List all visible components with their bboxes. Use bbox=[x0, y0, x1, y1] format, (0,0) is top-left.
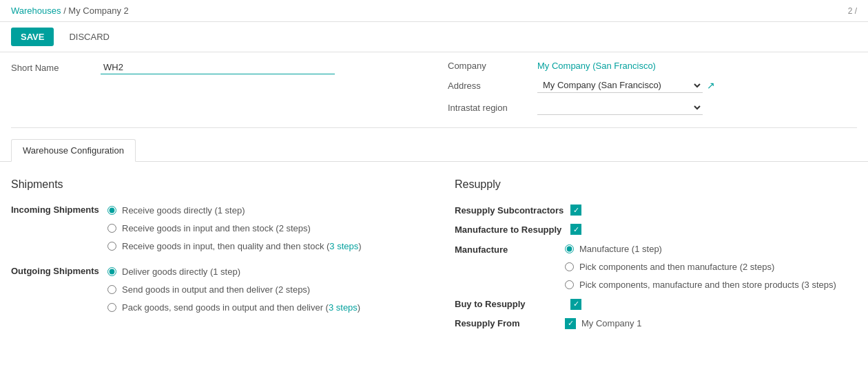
resupply-from-label: Resupply From bbox=[455, 318, 565, 328]
resupply-subcontractors-checkbox[interactable]: ✓ bbox=[570, 205, 581, 216]
form-divider bbox=[11, 127, 857, 128]
outgoing-option-3[interactable]: Pack goods, send goods in output and the… bbox=[107, 302, 360, 314]
manufacture-resupply-checkbox[interactable]: ✓ bbox=[570, 224, 581, 235]
incoming-link-3[interactable]: 3 steps bbox=[329, 241, 358, 251]
manufacture-label-3: Pick components, manufacture and then st… bbox=[579, 279, 836, 291]
incoming-option-3[interactable]: Receive goods in input, then quality and… bbox=[107, 240, 362, 253]
incoming-radio-3[interactable] bbox=[107, 242, 116, 251]
incoming-option-1[interactable]: Receive goods directly (1 step) bbox=[107, 205, 362, 217]
manufacture-option-3[interactable]: Pick components, manufacture and then st… bbox=[565, 279, 836, 291]
resupply-from-row: Resupply From ✓ My Company 1 bbox=[455, 318, 857, 329]
outgoing-label-3: Pack goods, send goods in output and the… bbox=[122, 302, 360, 314]
manufacture-option-1[interactable]: Manufacture (1 step) bbox=[565, 243, 836, 255]
outgoing-radio-3[interactable] bbox=[107, 303, 116, 312]
tabs-container: Warehouse Configuration bbox=[0, 139, 868, 162]
manufacture-radio-1[interactable] bbox=[565, 244, 574, 253]
manufacture-row: Manufacture Manufacture (1 step) Pick co… bbox=[455, 243, 857, 292]
breadcrumb-parent[interactable]: Warehouses bbox=[11, 6, 61, 16]
outgoing-shipments-group: Outgoing Shipments Deliver goods directl… bbox=[11, 266, 413, 315]
resupply-section: Resupply Resupply Subcontractors ✓ Manuf… bbox=[455, 178, 857, 336]
incoming-label-3: Receive goods in input, then quality and… bbox=[122, 240, 362, 253]
outgoing-label-2: Send goods in output and then deliver (2… bbox=[122, 284, 310, 296]
incoming-label-1: Receive goods directly (1 step) bbox=[122, 205, 245, 217]
address-select[interactable]: My Company (San Francisco) bbox=[537, 78, 703, 93]
buy-resupply-label: Buy to Resupply bbox=[455, 299, 565, 309]
company-label: Company bbox=[448, 61, 537, 71]
outgoing-link-3[interactable]: 3 steps bbox=[329, 302, 358, 313]
outgoing-radio-options: Deliver goods directly (1 step) Send goo… bbox=[107, 266, 360, 315]
company-fields: Company My Company (San Francisco) Addre… bbox=[448, 61, 857, 122]
toolbar: SAVE DISCARD bbox=[0, 22, 868, 52]
short-name-input[interactable] bbox=[101, 61, 335, 74]
outgoing-option-1[interactable]: Deliver goods directly (1 step) bbox=[107, 266, 360, 278]
main-content: Shipments Incoming Shipments Receive goo… bbox=[0, 162, 868, 353]
outgoing-shipments-label: Outgoing Shipments bbox=[11, 266, 107, 308]
resupply-title: Resupply bbox=[455, 178, 857, 191]
manufacture-resupply-row: Manufacture to Resupply ✓ bbox=[455, 224, 857, 235]
manufacture-label: Manufacture bbox=[455, 243, 565, 255]
incoming-radio-1[interactable] bbox=[107, 206, 116, 215]
shipments-section: Shipments Incoming Shipments Receive goo… bbox=[11, 178, 413, 336]
resupply-from-checkbox[interactable]: ✓ bbox=[565, 318, 576, 329]
tab-warehouse-configuration[interactable]: Warehouse Configuration bbox=[11, 139, 136, 162]
discard-button[interactable]: DISCARD bbox=[59, 28, 119, 46]
manufacture-options: Manufacture (1 step) Pick components and… bbox=[565, 243, 836, 292]
incoming-radio-options: Receive goods directly (1 step) Receive … bbox=[107, 205, 362, 253]
breadcrumb-bar: Warehouses / My Company 2 2 / bbox=[0, 0, 868, 22]
manufacture-resupply-label: Manufacture to Resupply bbox=[455, 224, 565, 235]
address-external-link-icon[interactable]: ↗ bbox=[707, 80, 715, 91]
buy-resupply-checkbox[interactable]: ✓ bbox=[570, 299, 581, 310]
incoming-label-2: Receive goods in input and then stock (2… bbox=[122, 222, 311, 235]
outgoing-radio-1[interactable] bbox=[107, 267, 116, 276]
incoming-option-2[interactable]: Receive goods in input and then stock (2… bbox=[107, 222, 362, 235]
incoming-shipments-group: Incoming Shipments Receive goods directl… bbox=[11, 205, 413, 253]
incoming-radio-2[interactable] bbox=[107, 224, 116, 233]
company-value: My Company (San Francisco) bbox=[537, 61, 857, 71]
short-name-field: Short Name bbox=[11, 61, 420, 122]
manufacture-radio-2[interactable] bbox=[565, 262, 574, 271]
outgoing-label-1: Deliver goods directly (1 step) bbox=[122, 266, 240, 278]
incoming-shipments-label: Incoming Shipments bbox=[11, 205, 107, 247]
page-counter: 2 / bbox=[848, 6, 857, 16]
manufacture-label-1: Manufacture (1 step) bbox=[579, 243, 662, 255]
resupply-subcontractors-label: Resupply Subcontractors bbox=[455, 205, 565, 216]
short-name-label: Short Name bbox=[11, 63, 101, 73]
breadcrumb: Warehouses / My Company 2 bbox=[11, 6, 129, 16]
address-label: Address bbox=[448, 81, 537, 91]
resupply-subcontractors-row: Resupply Subcontractors ✓ bbox=[455, 205, 857, 216]
intrastat-select[interactable] bbox=[537, 100, 703, 115]
buy-resupply-row: Buy to Resupply ✓ bbox=[455, 299, 857, 310]
manufacture-radio-3[interactable] bbox=[565, 280, 574, 289]
shipments-title: Shipments bbox=[11, 178, 413, 191]
address-select-wrapper: My Company (San Francisco) ↗ bbox=[537, 78, 857, 93]
manufacture-label-2: Pick components and then manufacture (2 … bbox=[579, 261, 774, 273]
manufacture-option-2[interactable]: Pick components and then manufacture (2 … bbox=[565, 261, 836, 273]
outgoing-radio-2[interactable] bbox=[107, 285, 116, 294]
save-button[interactable]: SAVE bbox=[11, 28, 54, 46]
intrastat-label: Intrastat region bbox=[448, 103, 537, 113]
intrastat-select-wrapper bbox=[537, 100, 857, 115]
breadcrumb-current: My Company 2 bbox=[68, 6, 128, 16]
resupply-from-value: ✓ My Company 1 bbox=[565, 318, 641, 329]
outgoing-option-2[interactable]: Send goods in output and then deliver (2… bbox=[107, 284, 360, 296]
resupply-from-text: My Company 1 bbox=[581, 318, 641, 328]
